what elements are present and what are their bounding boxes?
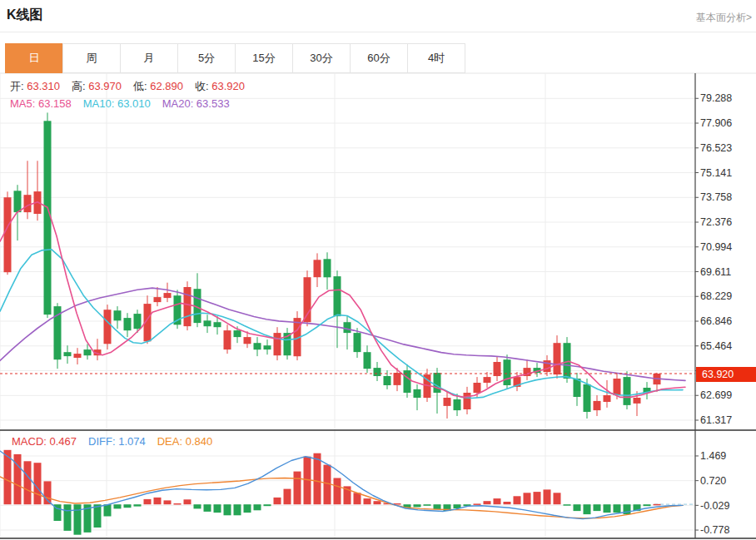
current-price-tag: 63.920 [696, 367, 756, 382]
svg-text:-0.029: -0.029 [700, 500, 729, 512]
readout-pair: 低: 62.890 [133, 80, 183, 92]
readout-pair: DIFF: 1.074 [88, 435, 146, 448]
readout-pair: 开: 63.310 [10, 80, 60, 92]
tab-4时[interactable]: 4时 [407, 43, 465, 73]
svg-text:68.229: 68.229 [700, 290, 732, 302]
readout-pair: MA20: 63.533 [162, 97, 230, 110]
readout-pair: 收: 63.920 [195, 80, 245, 92]
svg-text:0.720: 0.720 [700, 475, 726, 487]
svg-text:1.469: 1.469 [700, 450, 726, 462]
ohlc-readout: 开: 63.310高: 63.970低: 62.890收: 63.920 [10, 79, 256, 94]
tab-30分[interactable]: 30分 [292, 43, 351, 73]
svg-text:73.758: 73.758 [700, 191, 732, 203]
svg-text:77.906: 77.906 [700, 117, 732, 129]
ma-readout: MA5: 63.158MA10: 63.010MA20: 63.533 [10, 97, 241, 110]
readout-pair: MACD: 0.467 [12, 435, 77, 448]
svg-text:-0.778: -0.778 [700, 524, 729, 536]
svg-text:65.464: 65.464 [700, 340, 732, 352]
svg-text:75.141: 75.141 [700, 167, 732, 179]
interval-tabs: 日周月5分15分30分60分4时 [6, 43, 465, 73]
svg-text:61.317: 61.317 [700, 414, 732, 426]
svg-text:62.699: 62.699 [700, 389, 732, 401]
readout-pair: 高: 63.970 [72, 80, 122, 92]
svg-text:72.376: 72.376 [700, 216, 732, 228]
tab-15分[interactable]: 15分 [235, 43, 293, 73]
readout-pair: DEA: 0.840 [157, 435, 213, 448]
tab-周[interactable]: 周 [62, 43, 121, 73]
svg-text:66.846: 66.846 [700, 315, 732, 327]
tab-日[interactable]: 日 [5, 43, 63, 73]
svg-text:79.288: 79.288 [700, 92, 732, 104]
readout-pair: MA10: 63.010 [83, 97, 151, 110]
svg-text:76.523: 76.523 [700, 142, 732, 154]
svg-text:70.994: 70.994 [700, 241, 732, 253]
tab-5分[interactable]: 5分 [177, 43, 236, 73]
readout-pair: MA5: 63.158 [10, 97, 72, 110]
tab-月[interactable]: 月 [120, 43, 178, 73]
tab-60分[interactable]: 60分 [350, 43, 408, 73]
svg-text:69.611: 69.611 [700, 266, 731, 278]
macd-readout: MACD: 0.467DIFF: 1.074DEA: 0.840 [12, 435, 224, 448]
